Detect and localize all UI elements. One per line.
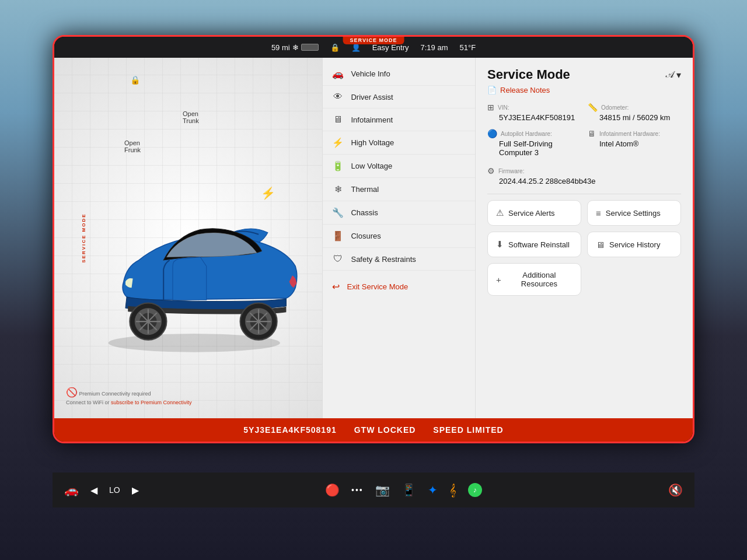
panel-title: Service Mode bbox=[487, 67, 570, 82]
infotainment-label: Infotainment bbox=[351, 116, 393, 124]
service-history-icon: 🖥 bbox=[596, 240, 605, 250]
chassis-icon: 🔧 bbox=[332, 207, 344, 218]
service-alerts-label: Service Alerts bbox=[508, 209, 554, 218]
document-icon: 📄 bbox=[487, 86, 497, 94]
menu-item-closures[interactable]: 🚪 Closures bbox=[323, 225, 475, 248]
chassis-label: Chassis bbox=[351, 208, 378, 217]
service-settings-button[interactable]: ≡ Service Settings bbox=[587, 200, 681, 226]
menu-panel: 🚗 Vehicle Info 👁 Driver Assist 🖥 Infotai… bbox=[322, 58, 476, 418]
menu-item-high-voltage[interactable]: ⚡ High Voltage bbox=[323, 131, 475, 155]
connectivity-link[interactable]: subscribe to Premium Connectivity bbox=[111, 400, 192, 405]
range-display: 59 mi ❄ bbox=[271, 43, 319, 52]
taskbar-car-icon[interactable]: 🚗 bbox=[64, 483, 79, 497]
safety-icon: 🛡 bbox=[332, 254, 344, 264]
closures-label: Closures bbox=[351, 232, 381, 240]
menu-item-vehicle-info[interactable]: 🚗 Vehicle Info bbox=[323, 62, 475, 86]
service-history-button[interactable]: 🖥 Service History bbox=[587, 232, 681, 257]
software-reinstall-button[interactable]: ⬇ Software Reinstall bbox=[487, 232, 581, 257]
autopilot-label: Autopilot Hardware: bbox=[501, 131, 552, 137]
taskbar-music-icon[interactable]: 𝄞 bbox=[449, 484, 456, 497]
main-content: SERVICE MODE OpenFrunk OpenTrunk 🔒 ⚡ bbox=[54, 58, 693, 418]
software-reinstall-label: Software Reinstall bbox=[508, 240, 570, 249]
infotainment-hw-header: 🖥 Infotainment Hardware: bbox=[588, 129, 681, 138]
taskbar-center: 🔴 ••• 📷 📱 ✦ 𝄞 ♪ bbox=[325, 483, 482, 497]
infotainment-hw-label: Infotainment Hardware: bbox=[599, 131, 660, 137]
speed-status: SPEED LIMITED bbox=[433, 425, 503, 435]
thermal-label: Thermal bbox=[351, 185, 379, 194]
range-value: 59 mi bbox=[271, 43, 290, 52]
exit-icon: ↩ bbox=[332, 281, 340, 292]
firmware-item: ⚙ Firmware: 2024.44.25.2 288ce84bb43e bbox=[487, 166, 681, 186]
menu-item-driver-assist[interactable]: 👁 Driver Assist bbox=[323, 86, 475, 108]
open-frunk-label[interactable]: OpenFrunk bbox=[124, 139, 141, 153]
open-trunk-label[interactable]: OpenTrunk bbox=[183, 110, 199, 124]
vin-label: VIN: bbox=[498, 104, 509, 111]
menu-item-safety-restraints[interactable]: 🛡 Safety & Restraints bbox=[323, 248, 475, 271]
taskbar-dots-icon[interactable]: ••• bbox=[351, 485, 364, 495]
autopilot-value: Full Self-Driving Computer 3 bbox=[499, 139, 581, 157]
driver-assist-label: Driver Assist bbox=[351, 93, 393, 102]
temperature-display: 51°F bbox=[460, 43, 476, 52]
service-history-label: Service History bbox=[609, 240, 660, 249]
odometer-value: 34815 mi / 56029 km bbox=[599, 113, 681, 122]
menu-item-thermal[interactable]: ❄ Thermal bbox=[323, 178, 475, 201]
safety-label: Safety & Restraints bbox=[351, 255, 416, 264]
additional-resources-button[interactable]: + Additional Resources bbox=[487, 263, 581, 296]
battery-bar bbox=[301, 44, 319, 51]
menu-item-chassis[interactable]: 🔧 Chassis bbox=[323, 201, 475, 225]
service-mode-top-label: SERVICE MODE bbox=[343, 36, 404, 44]
release-notes-label: Release Notes bbox=[500, 86, 550, 94]
exit-service-mode-button[interactable]: ↩ Exit Service Mode bbox=[323, 275, 475, 298]
bottom-status-bar: 5YJ3E1EA4KF508191 GTW LOCKED SPEED LIMIT… bbox=[54, 418, 693, 442]
info-divider bbox=[487, 194, 681, 194]
high-voltage-icon: ⚡ bbox=[332, 137, 344, 148]
odometer-icon: 📏 bbox=[588, 103, 598, 112]
high-voltage-label: High Voltage bbox=[351, 138, 394, 147]
taskbar-spotify-icon[interactable]: ♪ bbox=[468, 483, 482, 497]
low-voltage-icon: 🔋 bbox=[332, 160, 344, 172]
autopilot-item: 🔵 Autopilot Hardware: Full Self-Driving … bbox=[487, 129, 581, 157]
car-visualization bbox=[78, 185, 310, 360]
lock-icon: 🔒 bbox=[330, 43, 340, 52]
taskbar-alert-icon[interactable]: 🔴 bbox=[325, 484, 340, 496]
vin-status: 5YJ3E1EA4KF508191 bbox=[243, 425, 336, 435]
translate-icon: 𝒜 bbox=[666, 69, 674, 80]
action-buttons-grid: ⚠ Service Alerts ≡ Service Settings ⬇ So… bbox=[487, 200, 681, 296]
firmware-value: 2024.44.25.2 288ce84bb43e bbox=[499, 177, 681, 186]
menu-item-low-voltage[interactable]: 🔋 Low Voltage bbox=[323, 155, 475, 178]
panel-header: Service Mode 𝒜 ▾ bbox=[487, 67, 681, 82]
taskbar-alert-wrapper: 🔴 bbox=[325, 483, 340, 497]
car-svg bbox=[78, 185, 310, 360]
vin-value: 5YJ3E1EA4KF508191 bbox=[499, 113, 581, 122]
vehicle-info-label: Vehicle Info bbox=[351, 69, 390, 78]
time-display: 7:19 am bbox=[421, 43, 448, 52]
service-alerts-button[interactable]: ⚠ Service Alerts bbox=[487, 200, 581, 226]
taskbar-lo-text: LO bbox=[109, 485, 120, 495]
vehicle-info-grid: ⊞ VIN: 5YJ3E1EA4KF508191 📏 Odometer: 348… bbox=[487, 103, 681, 157]
chevron-down-icon: ▾ bbox=[676, 69, 681, 80]
car-panel: SERVICE MODE OpenFrunk OpenTrunk 🔒 ⚡ bbox=[54, 58, 322, 418]
taskbar-apps-icon[interactable]: 📱 bbox=[402, 483, 416, 497]
lock-car-icon: 🔒 bbox=[130, 75, 140, 85]
taskbar-forward-arrow[interactable]: ▶ bbox=[132, 485, 139, 496]
info-panel: Service Mode 𝒜 ▾ 📄 Release Notes ⊞ VIN: bbox=[476, 58, 693, 418]
taskbar: 🚗 ◀ LO ▶ 🔴 ••• 📷 📱 ✦ 𝄞 ♪ 🔇 bbox=[53, 473, 694, 508]
taskbar-bluetooth-icon[interactable]: ✦ bbox=[428, 483, 438, 497]
taskbar-mute-icon[interactable]: 🔇 bbox=[668, 483, 683, 497]
taskbar-back-arrow[interactable]: ◀ bbox=[90, 485, 97, 496]
autopilot-icon: 🔵 bbox=[487, 129, 497, 138]
service-alerts-icon: ⚠ bbox=[496, 208, 504, 218]
vin-item: ⊞ VIN: 5YJ3E1EA4KF508191 bbox=[487, 103, 581, 122]
infotainment-hw-value: Intel Atom® bbox=[599, 139, 681, 148]
release-notes-link[interactable]: 📄 Release Notes bbox=[487, 86, 681, 94]
translate-button[interactable]: 𝒜 ▾ bbox=[666, 69, 681, 80]
odometer-label: Odometer: bbox=[601, 104, 629, 111]
taskbar-camera-icon[interactable]: 📷 bbox=[375, 483, 390, 497]
status-bar: SERVICE MODE 59 mi ❄ 🔒 👤 Easy Entry 7:19… bbox=[54, 37, 693, 58]
software-reinstall-icon: ⬇ bbox=[496, 239, 504, 250]
infotainment-icon: 🖥 bbox=[332, 114, 344, 125]
driver-assist-icon: 👁 bbox=[332, 92, 344, 102]
vehicle-info-icon: 🚗 bbox=[332, 68, 344, 79]
menu-item-infotainment[interactable]: 🖥 Infotainment bbox=[323, 108, 475, 131]
service-settings-label: Service Settings bbox=[606, 209, 661, 218]
